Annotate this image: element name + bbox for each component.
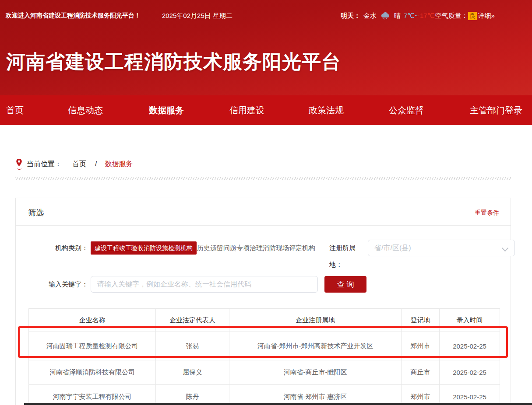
welcome-text: 欢迎进入河南省建设工程消防技术服务阳光平台！ xyxy=(6,12,141,20)
nav-item-home[interactable]: 首页 xyxy=(6,95,24,125)
nav-item-policy[interactable]: 政策法规 xyxy=(309,95,344,125)
breadcrumb-separator: / xyxy=(95,160,97,168)
aqi-badge: 良 xyxy=(468,12,477,20)
cell-company: 河南省泽顺消防科技有限公司 xyxy=(29,360,156,385)
category-option-selected[interactable]: 建设工程竣工验收消防设施检测机构 xyxy=(91,241,197,255)
tomorrow-label: 明天： xyxy=(341,12,360,20)
table-header-row: 企业名称 企业法定代表人 企业注册属地 登记地 录入时间 xyxy=(29,309,500,332)
filter-header: 筛选 重置条件 xyxy=(16,198,511,226)
nav-item-credit[interactable]: 信用建设 xyxy=(229,95,264,125)
filter-row-keyword: 输入关键字： 查 询 xyxy=(16,276,511,293)
weather-detail-link[interactable]: 详细» xyxy=(478,12,494,20)
region-label: 注册所属地： xyxy=(329,240,367,273)
table-row[interactable]: 河南省泽顺消防科技有限公司 屈保义 河南省-商丘市-睢阳区 商丘市 2025-0… xyxy=(29,360,500,385)
temp-low: 7℃~ xyxy=(404,12,419,20)
cell-registered-location: 河南省-郑州市-郑州高新技术产业开发区 xyxy=(229,332,402,360)
weather-district: 金水 xyxy=(363,12,377,20)
breadcrumb: 当前位置： 首页 / 数据服务 xyxy=(15,158,133,170)
table-row[interactable]: 河南固瑞工程质量检测有限公司 张易 河南省-郑州市-郑州高新技术产业开发区 郑州… xyxy=(29,332,500,360)
location-pin-icon xyxy=(15,158,23,170)
cell-registered-location: 河南省-商丘市-睢阳区 xyxy=(229,360,402,385)
region-select-placeholder: 省/市/区(县) xyxy=(374,240,411,256)
table-row[interactable]: 河南宇宁安装工程有限公司 陈丹 河南省-郑州市-惠济区 郑州市 2025-02-… xyxy=(29,385,500,405)
filter-title: 筛选 xyxy=(28,207,44,218)
aqi-label: 空气质量： xyxy=(435,12,468,20)
filter-panel: 筛选 重置条件 机构类别： 建设工程竣工验收消防设施检测机构 历史遗留问题专项治… xyxy=(15,198,511,405)
site-header: 欢迎进入河南省建设工程消防技术服务阳光平台！ 2025年02月25日 星期二 明… xyxy=(0,0,532,95)
temp-high: 17℃ xyxy=(420,12,435,20)
cell-registry-place: 郑州市 xyxy=(402,385,440,405)
cell-legal-rep: 屈保义 xyxy=(156,360,229,385)
cloud-icon xyxy=(380,12,391,20)
cell-legal-rep: 张易 xyxy=(156,332,229,360)
cell-registry-place: 郑州市 xyxy=(402,332,440,360)
nav-item-data-service[interactable]: 数据服务 xyxy=(149,95,184,125)
weather-widget: 明天： 金水 晴 7℃~ 17℃ 空气质量： 良 详细» xyxy=(341,10,495,21)
cell-entry-date: 2025-02-25 xyxy=(440,360,500,385)
keyword-label: 输入关键字： xyxy=(27,276,88,293)
current-date: 2025年02月25日 星期二 xyxy=(162,12,233,20)
cell-company: 河南宇宁安装工程有限公司 xyxy=(29,385,156,405)
cell-legal-rep: 陈丹 xyxy=(156,385,229,405)
category-option-other[interactable]: 历史遗留问题专项治理消防现场评定机构 xyxy=(197,241,315,255)
col-header-registered-location: 企业注册属地 xyxy=(229,309,402,332)
nav-item-news[interactable]: 信息动态 xyxy=(68,95,103,125)
cell-registered-location: 河南省-郑州市-惠济区 xyxy=(229,385,402,405)
reset-filters-button[interactable]: 重置条件 xyxy=(475,209,499,217)
site-title: 河南省建设工程消防技术服务阳光平台 xyxy=(6,49,341,74)
col-header-legal-rep: 企业法定代表人 xyxy=(156,309,229,332)
results-table: 企业名称 企业法定代表人 企业注册属地 登记地 录入时间 河南固瑞工程质量检测有… xyxy=(28,308,500,405)
breadcrumb-home-link[interactable]: 首页 xyxy=(72,160,86,169)
decorative-slash-divider xyxy=(15,177,511,180)
col-header-entry-date: 录入时间 xyxy=(440,309,500,332)
region-select[interactable]: 省/市/区(县) xyxy=(368,240,515,256)
chevron-down-icon xyxy=(502,245,509,252)
col-header-company: 企业名称 xyxy=(29,309,156,332)
category-label: 机构类别： xyxy=(27,240,88,256)
search-button[interactable]: 查 询 xyxy=(324,276,366,293)
weather-condition: 晴 xyxy=(394,12,401,20)
breadcrumb-label: 当前位置： xyxy=(27,160,62,169)
nav-item-admin-login[interactable]: 主管部门登录 xyxy=(470,95,522,125)
cell-company: 河南固瑞工程质量检测有限公司 xyxy=(29,332,156,360)
cell-registry-place: 商丘市 xyxy=(402,360,440,385)
breadcrumb-current: 数据服务 xyxy=(105,160,133,169)
filter-row-category: 机构类别： 建设工程竣工验收消防设施检测机构 历史遗留问题专项治理消防现场评定机… xyxy=(16,240,511,256)
keyword-input[interactable] xyxy=(91,276,318,293)
footer-bar xyxy=(24,403,532,405)
main-nav: 首页 信息动态 数据服务 信用建设 政策法规 公众监督 主管部门登录 xyxy=(0,95,532,125)
cell-entry-date: 2025-02-25 xyxy=(440,385,500,405)
col-header-registry-place: 登记地 xyxy=(402,309,440,332)
nav-item-supervision[interactable]: 公众监督 xyxy=(389,95,424,125)
cell-entry-date: 2025-02-25 xyxy=(440,332,500,360)
